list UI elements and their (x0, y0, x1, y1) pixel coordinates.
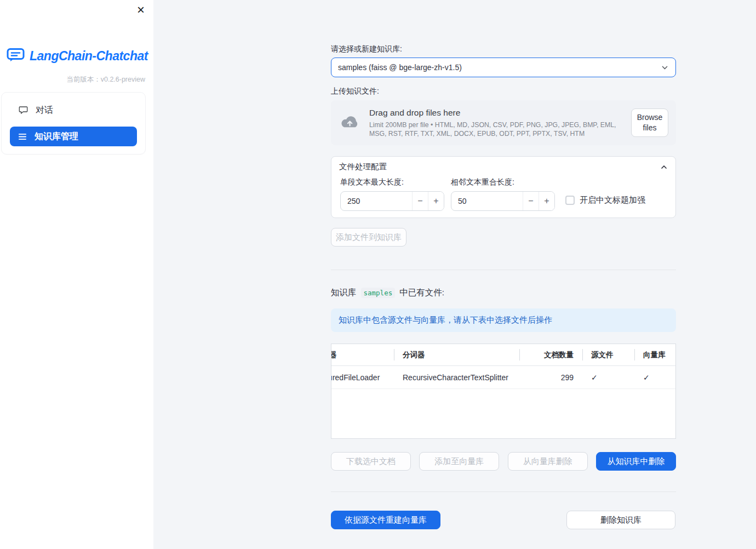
chevron-down-icon (661, 64, 669, 72)
max-length-input[interactable]: 250 − + (340, 191, 444, 211)
add-to-vector-button[interactable]: 添加至向量库 (419, 452, 499, 471)
kb-name-code: samples (361, 288, 396, 298)
kb-files-line: 知识库 samples 中已有文件: (331, 287, 676, 299)
sidebar: × LangChain-Chatchat 当前版本：v0.2.6-preview… (0, 0, 153, 549)
kb-files-suffix: 中已有文件: (399, 287, 444, 299)
chat-icon (19, 106, 28, 115)
uploader-title: Drag and drop files here (369, 108, 631, 118)
overlap-value[interactable]: 50 (451, 192, 523, 210)
config-expander-title: 文件处理配置 (339, 162, 387, 172)
menu-item-label: 对话 (36, 105, 53, 116)
max-length-label: 单段文本最大长度: (340, 178, 444, 187)
download-selected-button[interactable]: 下载选中文档 (331, 452, 411, 471)
logo: LangChain-Chatchat (7, 47, 148, 65)
checkbox-label: 开启中文标题加强 (580, 195, 645, 205)
config-expander: 文件处理配置 单段文本最大长度: 250 − + 相邻文本重合长度: 50 − … (331, 156, 676, 218)
upload-label: 上传知识文件: (331, 87, 676, 96)
decrement-button[interactable]: − (523, 192, 539, 210)
column-header-splitter[interactable]: 分词器 (394, 344, 519, 365)
files-table: 文档加载器 分词器 文档数量 源文件 向量库 UnstructuredFileL… (331, 344, 676, 439)
logo-text: LangChain-Chatchat (30, 49, 148, 64)
column-header-loader[interactable]: 文档加载器 (331, 344, 394, 365)
main-content: 请选择或新建知识库: samples (faiss @ bge-large-zh… (331, 0, 676, 549)
chinese-title-checkbox-row[interactable]: 开启中文标题加强 (565, 195, 645, 205)
config-expander-header[interactable]: 文件处理配置 (331, 157, 675, 177)
max-length-value[interactable]: 250 (341, 192, 412, 210)
delete-kb-button[interactable]: 删除知识库 (566, 511, 675, 529)
divider (331, 491, 676, 492)
divider (331, 270, 676, 270)
chevron-up-icon (660, 163, 668, 171)
column-header-vector[interactable]: 向量库 (634, 344, 676, 365)
cell-loader: UnstructuredFileLoader (331, 373, 394, 382)
kb-files-prefix: 知识库 (331, 287, 357, 299)
logo-chat-icon (7, 47, 25, 65)
increment-button[interactable]: + (428, 192, 444, 210)
sidebar-close-button[interactable]: × (134, 3, 148, 17)
sidebar-menu: 对话 知识库管理 (1, 92, 146, 155)
column-header-source[interactable]: 源文件 (582, 344, 634, 365)
uploader-limit: Limit 200MB per file • HTML, MD, JSON, C… (369, 121, 631, 138)
overlap-field: 相邻文本重合长度: 50 − + (451, 178, 555, 211)
table-row[interactable]: UnstructuredFileLoader RecursiveCharacte… (331, 366, 675, 389)
column-header-docs[interactable]: 文档数量 (519, 344, 582, 365)
version-label: 当前版本： (66, 76, 101, 83)
version-value: v0.2.6-preview (101, 76, 145, 83)
menu-item-knowledge-base[interactable]: 知识库管理 (10, 127, 137, 146)
info-banner: 知识库中包含源文件与向量库，请从下表中选择文件后操作 (331, 308, 676, 332)
kb-select[interactable]: samples (faiss @ bge-large-zh-v1.5) (331, 58, 676, 77)
upload-cloud-icon (340, 114, 360, 131)
delete-from-vector-button[interactable]: 从向量库删除 (508, 452, 588, 471)
file-uploader[interactable]: Drag and drop files here Limit 200MB per… (331, 100, 676, 145)
cell-docs: 299 (519, 373, 582, 382)
table-header: 文档加载器 分词器 文档数量 源文件 向量库 (331, 344, 675, 366)
add-files-button[interactable]: 添加文件到知识库 (331, 228, 406, 247)
cell-vector-check: ✓ (634, 373, 676, 382)
menu-item-dialogue[interactable]: 对话 (10, 100, 137, 120)
max-length-field: 单段文本最大长度: 250 − + (340, 178, 444, 211)
browse-files-button[interactable]: Browse files (631, 108, 668, 137)
checkbox-icon[interactable] (565, 196, 575, 205)
uploader-texts: Drag and drop files here Limit 200MB per… (369, 108, 631, 138)
delete-from-kb-button[interactable]: 从知识库中删除 (596, 452, 676, 471)
close-icon: × (137, 3, 145, 16)
kb-select-label: 请选择或新建知识库: (331, 44, 676, 54)
table-empty-area (331, 389, 675, 439)
decrement-button[interactable]: − (412, 192, 428, 210)
cell-splitter: RecursiveCharacterTextSplitter (394, 373, 519, 382)
increment-button[interactable]: + (539, 192, 554, 210)
cell-source-check: ✓ (582, 373, 634, 382)
kb-select-value: samples (faiss @ bge-large-zh-v1.5) (338, 63, 462, 72)
menu-item-label: 知识库管理 (35, 131, 78, 142)
rebuild-vector-button[interactable]: 依据源文件重建向量库 (331, 511, 440, 529)
overlap-label: 相邻文本重合长度: (451, 178, 555, 187)
overlap-input[interactable]: 50 − + (451, 191, 555, 211)
table-actions: 下载选中文档 添加至向量库 从向量库删除 从知识库中删除 (331, 452, 676, 471)
info-text: 知识库中包含源文件与向量库，请从下表中选择文件后操作 (339, 315, 552, 325)
version-text: 当前版本：v0.2.6-preview (66, 75, 145, 84)
list-icon (19, 133, 27, 140)
